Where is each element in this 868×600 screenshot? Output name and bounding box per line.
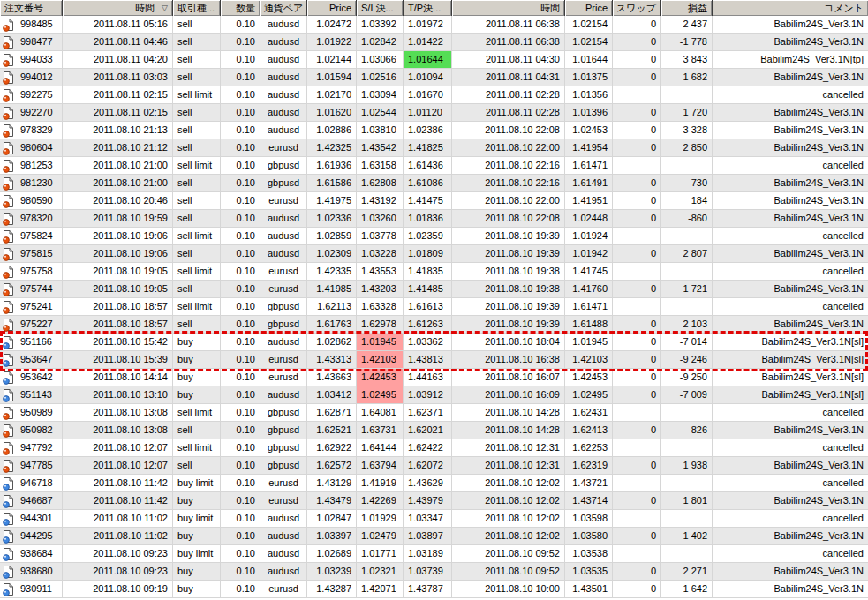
cell-open_price: 1.03397 [307, 528, 357, 545]
table-row[interactable]: 9386802011.08.10 09:23buy0.10audusd1.032… [0, 563, 868, 581]
column-header-volume[interactable]: 数量 [221, 0, 260, 16]
table-row[interactable]: 9509822011.08.10 13:08sell0.10gbpusd1.62… [0, 422, 868, 439]
table-row[interactable]: 9812302011.08.10 21:00sell0.10gbpusd1.61… [0, 175, 868, 192]
order-number: 930911 [20, 581, 52, 597]
table-row[interactable]: 9536422011.08.10 14:14buy0.10eurusd1.436… [0, 369, 868, 386]
cell-close_time: 2011.08.10 19:39 [452, 245, 565, 263]
column-header-order[interactable]: 注文番号 [0, 0, 63, 16]
table-row[interactable]: 9386842011.08.10 09:23buy limit0.10audus… [0, 545, 868, 563]
cell-order: 953647 [0, 351, 63, 369]
order-number: 953642 [20, 369, 53, 386]
cell-profit: 3 328 [661, 122, 713, 139]
table-row[interactable]: 9812532011.08.10 21:00sell limit0.10gbpu… [0, 157, 868, 175]
order-number: 975815 [20, 245, 53, 262]
cell-order: 975815 [0, 245, 63, 263]
table-row[interactable]: 9757442011.08.10 19:05sell0.10eurusd1.41… [0, 281, 868, 298]
table-row[interactable]: 9984852011.08.11 05:16sell0.10audusd1.02… [0, 16, 868, 34]
column-header-comment[interactable]: コメント [713, 0, 868, 16]
cell-type: sell [173, 175, 221, 192]
table-row[interactable]: 9940122011.08.11 03:03sell0.10audusd1.01… [0, 69, 868, 86]
table-row[interactable]: 9805902011.08.10 20:46sell0.10eurusd1.41… [0, 192, 868, 210]
table-row[interactable]: 9922702011.08.11 02:15sell0.10audusd1.01… [0, 104, 868, 122]
cell-close_price: 1.01396 [565, 104, 613, 122]
cell-profit: 1 938 [661, 457, 713, 475]
column-header-profit[interactable]: 損益 [661, 0, 713, 16]
table-row[interactable]: 9443012011.08.10 11:02buy limit0.10audus… [0, 510, 868, 528]
cell-type: sell [173, 422, 221, 439]
cell-open_time: 2011.08.10 21:12 [63, 139, 173, 157]
cell-pair: audusd [260, 86, 307, 104]
cell-close_time: 2011.08.10 12:02 [452, 510, 565, 528]
cell-profit: 730 [661, 175, 713, 192]
cell-tp: 1.43787 [404, 581, 452, 598]
column-header-pair[interactable]: 通貨ペア [260, 0, 307, 16]
cell-swap [613, 298, 661, 316]
table-row[interactable]: 9758152011.08.10 19:06sell0.10audusd1.02… [0, 245, 868, 263]
table-row[interactable]: 9940332011.08.11 04:20sell0.10audusd1.02… [0, 51, 868, 69]
cell-open_price: 1.62922 [307, 439, 357, 457]
cell-open_price: 1.02862 [307, 334, 357, 351]
cell-swap: 0 [613, 581, 661, 598]
column-header-sl[interactable]: S/L決... [357, 0, 404, 16]
table-row[interactable]: 9511662011.08.10 15:42buy0.10audusd1.028… [0, 334, 868, 351]
column-header-tp[interactable]: T/P決... [404, 0, 452, 16]
cell-open_time: 2011.08.10 19:05 [63, 263, 173, 281]
cell-close_price: 1.42453 [565, 369, 613, 386]
table-row[interactable]: 9752272011.08.10 18:57sell0.10gbpusd1.61… [0, 316, 868, 334]
column-header-swap[interactable]: スワップ [613, 0, 661, 16]
column-header-close-price[interactable]: Price [565, 0, 613, 16]
cell-sl: 1.64081 [357, 404, 404, 422]
cell-close_price: 1.61471 [565, 157, 613, 175]
cell-volume: 0.10 [221, 228, 260, 245]
table-row[interactable]: 9922752011.08.11 02:15sell limit0.10audu… [0, 86, 868, 104]
cell-open_price: 1.43129 [307, 475, 357, 492]
cell-profit: 826 [661, 422, 713, 439]
cell-tp: 1.62422 [404, 439, 452, 457]
table-row[interactable]: 9467182011.08.10 11:42buy limit0.10eurus… [0, 475, 868, 492]
sell-order-icon [3, 106, 14, 120]
cell-open_price: 1.42335 [307, 263, 357, 281]
cell-swap: 0 [613, 422, 661, 439]
table-row[interactable]: 9511432011.08.10 13:10buy0.10audusd1.034… [0, 386, 868, 404]
column-header-open-time[interactable]: 時間▽ [63, 0, 173, 16]
cell-order: 992270 [0, 104, 63, 122]
cell-open_time: 2011.08.10 13:08 [63, 404, 173, 422]
column-header-label: 取引種... [177, 1, 215, 16]
cell-pair: gbpusd [260, 157, 307, 175]
table-row[interactable]: 9442952011.08.10 11:02buy0.10audusd1.033… [0, 528, 868, 545]
cell-type: sell [173, 139, 221, 157]
table-row[interactable]: 9477852011.08.10 12:07sell0.10gbpusd1.62… [0, 457, 868, 475]
cell-swap [613, 545, 661, 563]
table-row[interactable]: 9309112011.08.10 09:19buy0.10eurusd1.432… [0, 581, 868, 598]
cell-tp: 1.03189 [404, 545, 452, 563]
column-header-close-time[interactable]: 時間 [452, 0, 565, 16]
column-header-type[interactable]: 取引種... [173, 0, 221, 16]
table-row[interactable]: 9477922011.08.10 12:07sell limit0.10gbpu… [0, 439, 868, 457]
cell-swap: 0 [613, 563, 661, 581]
column-header-open-price[interactable]: Price [307, 0, 357, 16]
cell-sl: 1.03778 [357, 228, 404, 245]
cell-tp: 1.43979 [404, 492, 452, 510]
table-row[interactable]: 9758242011.08.10 19:06sell limit0.10audu… [0, 228, 868, 245]
table-row[interactable]: 9752412011.08.10 18:57sell limit0.10gbpu… [0, 298, 868, 316]
cell-close_time: 2011.08.11 06:38 [452, 16, 565, 34]
cell-sl: 1.41919 [357, 475, 404, 492]
table-row[interactable]: 9466872011.08.10 11:42buy0.10eurusd1.434… [0, 492, 868, 510]
cell-order: 975227 [0, 316, 63, 334]
table-row[interactable]: 9509892011.08.10 13:08sell limit0.10gbpu… [0, 404, 868, 422]
cell-volume: 0.10 [221, 245, 260, 263]
cell-open_price: 1.41975 [307, 192, 357, 210]
table-row[interactable]: 9783292011.08.10 21:13sell0.10audusd1.02… [0, 122, 868, 139]
table-row[interactable]: 9536472011.08.10 15:39buy0.10eurusd1.433… [0, 351, 868, 369]
table-row[interactable]: 9757582011.08.10 19:05sell limit0.10euru… [0, 263, 868, 281]
cell-type: sell limit [173, 439, 221, 457]
cell-comment: Babilim24S_Ver3.1N [713, 122, 868, 139]
cell-sl: 1.01945 [357, 334, 404, 351]
cell-pair: eurusd [260, 351, 307, 369]
cell-close_time: 2011.08.10 14:28 [452, 422, 565, 439]
table-row[interactable]: 9984772011.08.11 04:46sell0.10audusd1.01… [0, 34, 868, 51]
cell-volume: 0.10 [221, 86, 260, 104]
cell-close_price: 1.01924 [565, 228, 613, 245]
table-row[interactable]: 9783202011.08.10 19:59sell0.10audusd1.02… [0, 210, 868, 228]
table-row[interactable]: 9806042011.08.10 21:12sell0.10eurusd1.42… [0, 139, 868, 157]
